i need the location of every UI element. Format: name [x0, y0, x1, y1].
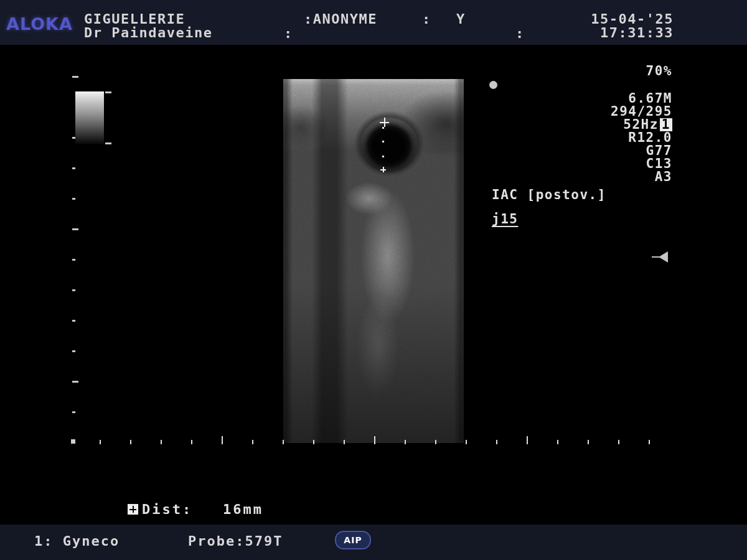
width-tick	[252, 440, 253, 444]
ultrasound-image[interactable]	[283, 79, 464, 443]
depth-range-value: R12.0	[628, 131, 672, 144]
grayscale-bar	[75, 91, 104, 144]
caliper-cross-2[interactable]	[380, 167, 386, 172]
frequency-value: 6.67M	[628, 92, 672, 105]
physician-name: Dr Paindaveine	[84, 26, 212, 40]
patient-name: :ANONYME	[304, 12, 377, 26]
exam-preset-annotation: IAC [postov.]	[492, 189, 606, 202]
width-tick	[161, 440, 162, 444]
width-tick	[557, 440, 558, 444]
caliper-dot	[382, 141, 384, 142]
cyst-anechoic-region	[283, 79, 464, 443]
acoustic-power-value: 70%	[646, 65, 672, 78]
footer-bar: 1: Gyneco Probe:579T	[0, 525, 747, 560]
width-tick	[618, 440, 619, 444]
ultrasound-screen: ALOKA GIGUELLERIE Dr Paindaveine :ANONYM…	[0, 0, 747, 560]
depth-tick	[72, 76, 78, 78]
caliper-dot	[382, 127, 384, 129]
width-tick	[527, 436, 528, 444]
exam-date: 15-04-'25	[591, 12, 674, 26]
width-tick	[435, 440, 436, 444]
depth-tick	[72, 350, 75, 352]
caliper-plus-icon	[128, 504, 138, 515]
ruler-origin-dot	[71, 439, 75, 444]
frame-rate-value: 52Hz1	[623, 118, 672, 131]
width-tick	[130, 440, 131, 444]
contrast-value: C13	[646, 157, 672, 170]
width-tick	[374, 436, 375, 444]
width-tick	[313, 440, 314, 444]
depth-tick	[72, 259, 75, 261]
probe-orientation-marker	[489, 81, 497, 89]
width-tick	[466, 440, 467, 444]
frame-rate-badge: 1	[660, 118, 672, 131]
aip-button[interactable]: AIP	[335, 531, 371, 549]
depth-tick	[72, 411, 75, 413]
distance-label: Dist:	[142, 503, 192, 516]
exam-time: 17:31:33	[600, 26, 674, 40]
width-tick	[496, 440, 497, 444]
width-tick	[649, 440, 650, 444]
depth-tick	[72, 167, 75, 169]
width-tick	[100, 440, 101, 444]
aloka-logo: ALOKA	[6, 14, 73, 34]
depth-tick	[72, 289, 75, 291]
graybar-top-tick	[105, 91, 111, 93]
facility-name: GIGUELLERIE	[84, 12, 185, 26]
annotation-text-cursor[interactable]: j15	[492, 213, 518, 226]
depth-tick	[72, 198, 75, 200]
patient-id-colon: :	[284, 27, 293, 40]
probe-status: Probe:579T	[188, 534, 283, 548]
caliper-dot	[382, 156, 384, 157]
header-bar: ALOKA GIGUELLERIE Dr Paindaveine :ANONYM…	[0, 0, 747, 45]
graybar-bottom-tick	[105, 142, 111, 144]
frame-counter-value: 294/295	[611, 105, 672, 118]
width-tick	[222, 436, 223, 444]
distance-value: 16mm	[223, 503, 263, 516]
width-tick	[191, 440, 192, 444]
focus-arrow-icon[interactable]	[659, 251, 668, 263]
patient-sex: Y	[456, 12, 466, 26]
a-value: A3	[655, 170, 672, 184]
width-tick	[344, 440, 345, 444]
field-colon-2: :	[515, 27, 525, 40]
depth-tick	[72, 320, 75, 322]
width-tick	[283, 440, 284, 444]
width-tick	[405, 440, 406, 444]
depth-tick	[72, 381, 78, 383]
gain-value: G77	[646, 144, 672, 157]
field-colon: :	[422, 12, 431, 26]
caliper-cross-1[interactable]	[380, 118, 389, 127]
width-tick	[588, 440, 589, 444]
exam-preset-status: 1: Gyneco	[34, 534, 120, 548]
depth-tick	[72, 228, 78, 230]
